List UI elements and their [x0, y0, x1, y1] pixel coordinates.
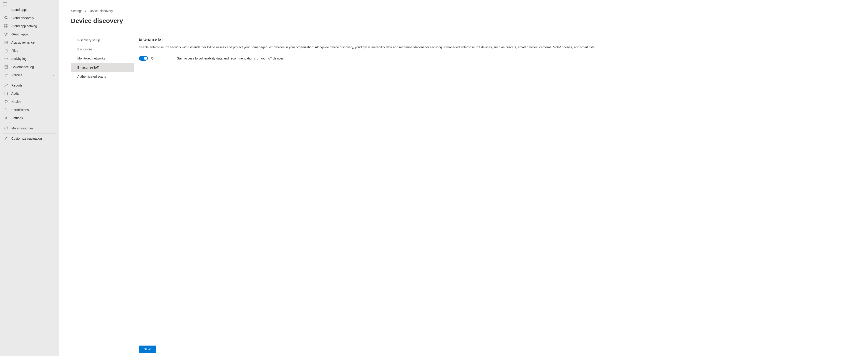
- sub-nav-exclusions[interactable]: Exclusions: [71, 45, 134, 54]
- page-title: Device discovery: [59, 17, 868, 31]
- svg-point-9: [5, 35, 7, 36]
- sidebar-item-governance-log[interactable]: Governance log: [0, 63, 59, 71]
- detail-description: Enable enterprise IoT security with Defe…: [139, 45, 851, 50]
- detail-title: Enterprise IoT: [139, 37, 851, 41]
- sidebar-item-label: Cloud apps: [11, 8, 55, 11]
- svg-point-21: [6, 74, 7, 75]
- sidebar-item-label: Cloud discovery: [11, 16, 55, 20]
- sidebar-item-label: Activity log: [11, 57, 55, 61]
- info-icon: [4, 126, 8, 130]
- sidebar-item-label: Health: [11, 100, 55, 104]
- hamburger-icon: [3, 2, 7, 5]
- svg-point-34: [6, 128, 6, 128]
- svg-rect-6: [6, 26, 8, 28]
- sidebar-item-label: OAuth apps: [11, 32, 55, 36]
- sub-nav: Discovery setup Exclusions Monitored net…: [71, 31, 134, 356]
- breadcrumb-settings[interactable]: Settings: [71, 9, 83, 13]
- sidebar-item-label: App governance: [11, 41, 55, 44]
- sidebar-item-permissions[interactable]: Permissions: [0, 106, 59, 114]
- permissions-icon: [4, 108, 8, 112]
- pencil-icon: [4, 137, 8, 141]
- sidebar-item-audit[interactable]: Audit: [0, 90, 59, 98]
- enterprise-iot-toggle[interactable]: [139, 56, 148, 61]
- sidebar-item-label: Permissions: [11, 108, 55, 112]
- toggle-knob: [144, 57, 147, 60]
- sidebar-item-label: Settings: [11, 116, 55, 120]
- sub-nav-enterprise-iot[interactable]: Enterprise IoT: [71, 63, 134, 72]
- svg-point-7: [5, 33, 6, 34]
- detail-panel: Enterprise IoT Enable enterprise IoT sec…: [134, 31, 856, 356]
- breadcrumb: Settings Device discovery: [59, 0, 868, 17]
- sidebar-item-label: Audit: [11, 92, 55, 95]
- governance-icon: [4, 40, 8, 44]
- sidebar-item-cloud-discovery[interactable]: Cloud discovery: [0, 14, 59, 22]
- sidebar-item-cloud-apps[interactable]: Cloud apps: [0, 8, 59, 14]
- sidebar-item-files[interactable]: Files: [0, 46, 59, 55]
- gear-icon: [4, 116, 8, 120]
- svg-rect-3: [4, 24, 6, 26]
- sidebar-item-label: Governance log: [11, 65, 55, 69]
- sidebar-item-label: Cloud app catalog: [11, 24, 55, 28]
- sidebar-item-label: Reports: [11, 83, 55, 87]
- chevron-right-icon: [85, 9, 87, 13]
- sub-nav-discovery-setup[interactable]: Discovery setup: [71, 36, 134, 45]
- policies-icon: [4, 73, 8, 77]
- svg-rect-5: [4, 26, 6, 28]
- sidebar-item-reports[interactable]: Reports: [0, 81, 59, 90]
- cloud-apps-icon: [4, 8, 8, 12]
- audit-icon: [4, 92, 8, 96]
- sub-nav-monitored-networks[interactable]: Monitored networks: [71, 54, 134, 63]
- chevron-down-icon: [52, 74, 55, 76]
- sidebar-item-customize-navigation[interactable]: Customize navigation: [0, 134, 59, 143]
- toggle-label: On: [151, 57, 155, 60]
- oauth-icon: [4, 32, 8, 36]
- sidebar: Cloud apps Cloud discovery Cloud app cat…: [0, 0, 59, 356]
- sidebar-item-policies[interactable]: Policies: [0, 71, 59, 79]
- sidebar-item-oauth-apps[interactable]: OAuth apps: [0, 30, 59, 38]
- main-content: Settings Device discovery Device discove…: [59, 0, 868, 356]
- sidebar-item-health[interactable]: Health: [0, 98, 59, 106]
- breadcrumb-device-discovery[interactable]: Device discovery: [89, 9, 113, 13]
- sidebar-item-label: Customize navigation: [11, 137, 55, 140]
- sidebar-item-settings[interactable]: Settings: [0, 114, 59, 122]
- sidebar-item-app-governance[interactable]: App governance: [0, 38, 59, 46]
- catalog-icon: [4, 24, 8, 28]
- sidebar-divider: [3, 80, 56, 80]
- svg-point-8: [6, 33, 8, 34]
- activity-icon: [4, 57, 8, 61]
- sidebar-item-more-resources[interactable]: More resources: [0, 124, 59, 132]
- cloud-discovery-icon: [4, 16, 8, 20]
- sidebar-item-label: Files: [11, 49, 55, 52]
- sidebar-divider: [3, 133, 56, 134]
- svg-point-14: [5, 58, 5, 59]
- toggle-row: On Gain access to vulnerability data and…: [139, 56, 851, 61]
- save-button[interactable]: Save: [139, 346, 156, 353]
- health-icon: [4, 100, 8, 104]
- svg-rect-4: [6, 24, 8, 26]
- files-icon: [4, 48, 8, 53]
- toggle-description: Gain access to vulnerability data and re…: [177, 57, 284, 60]
- svg-point-31: [5, 117, 7, 119]
- svg-point-24: [5, 76, 6, 76]
- sidebar-item-label: More resources: [11, 127, 55, 130]
- svg-point-15: [7, 58, 8, 59]
- svg-line-29: [7, 95, 8, 95]
- sidebar-item-cloud-app-catalog[interactable]: Cloud app catalog: [0, 22, 59, 30]
- sidebar-item-label: Policies: [11, 73, 49, 77]
- sidebar-item-activity-log[interactable]: Activity log: [0, 55, 59, 63]
- sub-nav-authenticated-scans[interactable]: Authenticated scans: [71, 72, 134, 81]
- hamburger-menu[interactable]: [0, 0, 59, 8]
- gov-log-icon: [4, 65, 8, 69]
- save-row: Save: [139, 342, 851, 356]
- reports-icon: [4, 83, 8, 87]
